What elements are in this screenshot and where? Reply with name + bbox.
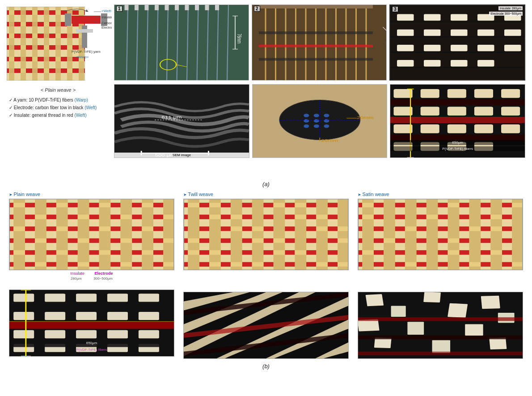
svg-rect-62 — [125, 5, 129, 10]
weave-types-row: Plain weave — [4, 189, 528, 361]
svg-rect-101 — [397, 30, 414, 36]
svg-rect-245 — [209, 199, 221, 270]
svg-rect-107 — [424, 45, 441, 51]
svg-rect-103 — [451, 30, 468, 36]
svg-point-133 — [324, 119, 329, 123]
svg-rect-63 — [135, 5, 139, 10]
svg-rect-222 — [76, 330, 97, 338]
photo-num-3: 3 — [392, 6, 398, 12]
svg-rect-254 — [209, 215, 221, 219]
svg-rect-300 — [512, 262, 523, 267]
sem-photo: 500 μm 611 μm SEM image — [114, 84, 249, 158]
svg-rect-310 — [490, 250, 502, 255]
svg-rect-309 — [362, 250, 374, 255]
svg-rect-71 — [215, 5, 219, 10]
svg-rect-315 — [366, 294, 384, 306]
svg-rect-304 — [490, 215, 502, 219]
svg-rect-179 — [78, 199, 89, 270]
photo-3: 3 — [389, 4, 525, 81]
svg-rect-326 — [489, 338, 507, 350]
satin-weave-closeup — [358, 292, 523, 359]
svg-rect-194 — [99, 226, 111, 231]
svg-rect-290 — [426, 199, 438, 270]
svg-rect-213 — [107, 294, 128, 302]
svg-rect-294 — [512, 199, 523, 270]
plain-weave-closeup: 650μm P(VDF-TrFE) fibers — [9, 290, 174, 357]
svg-text:20mm: 20mm — [321, 139, 338, 143]
svg-rect-11 — [55, 7, 61, 81]
twill-weave-title: Twill weave — [183, 192, 213, 197]
plain-weave-col: Plain weave — [9, 192, 174, 359]
svg-rect-328 — [358, 336, 523, 339]
svg-rect-260 — [274, 203, 285, 207]
satin-weave-pattern — [358, 199, 523, 270]
svg-rect-178 — [56, 199, 68, 270]
bullet-list: ✓ A yarn: 10 P(VDF-TrFE) fibers (Warp) ✓… — [7, 96, 110, 119]
sem-label: SEM image — [114, 153, 249, 158]
svg-rect-215 — [13, 312, 34, 320]
svg-rect-318 — [391, 306, 406, 317]
svg-rect-291 — [448, 199, 460, 270]
photo-2: 2 — [252, 4, 387, 81]
svg-rect-206 — [120, 262, 132, 267]
svg-rect-97 — [424, 14, 441, 21]
svg-rect-152 — [474, 106, 493, 115]
photos-top-row: 1 — [114, 4, 525, 81]
svg-rect-23 — [55, 34, 61, 38]
svg-text:P(VDF-TrFE) yarn: P(VDF-TrFE) yarn — [72, 50, 101, 54]
svg-rect-322 — [407, 322, 424, 335]
svg-rect-303 — [362, 215, 374, 219]
svg-rect-249 — [295, 199, 306, 270]
plain-pvdf-size: 650μm — [9, 341, 174, 345]
svg-rect-184 — [13, 203, 25, 207]
svg-rect-308 — [448, 238, 460, 243]
svg-rect-16 — [55, 10, 61, 15]
svg-rect-188 — [35, 215, 46, 219]
svg-rect-14 — [9, 10, 14, 15]
svg-rect-90 — [259, 5, 373, 9]
svg-rect-317 — [481, 296, 500, 309]
svg-rect-153 — [501, 106, 520, 115]
svg-rect-70 — [205, 5, 209, 10]
svg-rect-158 — [501, 124, 520, 133]
section-b: Plain weave — [4, 189, 528, 371]
svg-rect-256 — [231, 226, 242, 231]
svg-rect-9 — [32, 7, 38, 81]
svg-rect-273 — [295, 250, 306, 255]
svg-rect-203 — [142, 250, 153, 255]
insulate-dim: Insulate 280μm — [498, 6, 523, 10]
svg-point-135 — [313, 124, 319, 128]
svg-rect-157 — [474, 124, 493, 133]
svg-text:Carbon fiber tow (1k): Carbon fiber tow (1k) — [101, 21, 112, 25]
svg-rect-106 — [397, 45, 414, 51]
svg-rect-189 — [78, 215, 89, 219]
svg-rect-207 — [163, 262, 174, 267]
svg-point-130 — [324, 114, 329, 117]
satin-weave-title: Satin weave — [358, 192, 389, 197]
svg-rect-148 — [501, 89, 520, 98]
svg-rect-39 — [82, 26, 87, 48]
svg-point-131 — [304, 119, 309, 123]
svg-rect-268 — [188, 250, 199, 255]
svg-rect-287 — [362, 199, 374, 270]
svg-rect-34 — [67, 68, 72, 73]
svg-rect-271 — [252, 262, 264, 267]
svg-rect-267 — [338, 238, 348, 243]
svg-rect-262 — [295, 215, 306, 219]
svg-rect-147 — [474, 89, 493, 98]
svg-rect-211 — [45, 294, 65, 302]
section-a-label: (a) — [4, 181, 528, 187]
svg-rect-259 — [274, 238, 285, 243]
svg-rect-200 — [13, 250, 25, 255]
svg-rect-202 — [99, 250, 111, 255]
svg-rect-149 — [394, 106, 413, 115]
svg-rect-253 — [209, 203, 221, 207]
svg-rect-301 — [448, 203, 460, 207]
sample-photo: 20mm 20mm — [252, 84, 388, 158]
svg-rect-113 — [451, 60, 468, 67]
svg-rect-105 — [504, 30, 521, 36]
svg-point-129 — [313, 114, 319, 117]
svg-rect-219 — [139, 312, 159, 320]
svg-rect-92 — [259, 45, 373, 47]
svg-rect-33 — [44, 68, 49, 73]
